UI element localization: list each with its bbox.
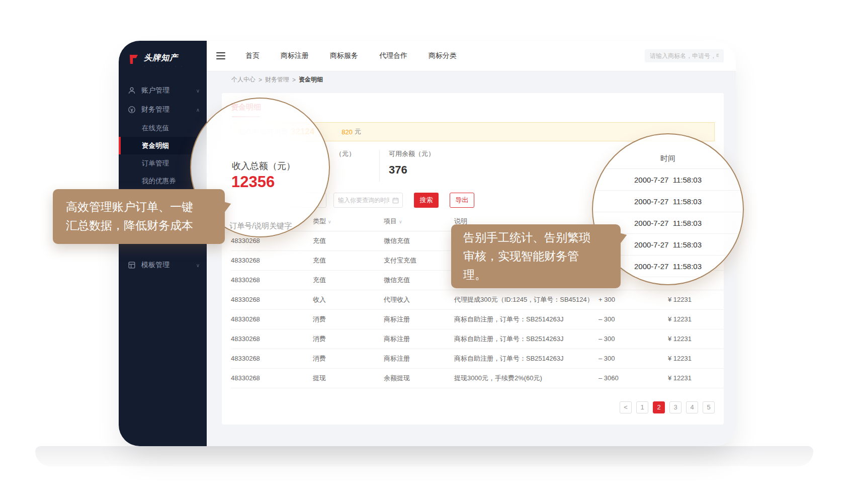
- main-menu: 首页 商标注册 商标服务 代理合作 商标分类: [245, 51, 457, 60]
- laptop-mockup: 头牌知产 · · · · · · · 账户管理 ∨ 财务管理: [0, 0, 853, 504]
- table-row: 48330268提现余额提现提现3000元，手续费2%(60元)– 3060¥ …: [231, 368, 724, 388]
- col-project-header[interactable]: 项目∨: [375, 212, 445, 231]
- sidebar-item-templates[interactable]: 模板管理 ∨: [119, 256, 207, 275]
- lens-stat-value: 12356: [231, 173, 275, 191]
- table-row: 48330268收入代理收入代理提成300元（ID:1245，订单号：SB451…: [231, 290, 724, 309]
- user-icon: [128, 87, 136, 95]
- lens-keyword-text: 订单号/说明关键字: [229, 221, 292, 231]
- sort-chevron-icon: ∨: [328, 219, 331, 224]
- breadcrumb-separator: >: [259, 76, 262, 83]
- callout-right: 告别手工统计、告别繁琐审核，实现智能财务管理。: [451, 224, 621, 288]
- search-button[interactable]: 搜索: [414, 193, 439, 208]
- table-row: 48330268消费商标注册商标自助注册，订单号：SB2514263J– 300…: [231, 309, 724, 329]
- laptop-base: [35, 446, 813, 466]
- pagination-page-1[interactable]: 1: [636, 401, 648, 413]
- stat-label: （元）: [335, 149, 379, 158]
- lens-time-cell: 2000-7-27 11:58:03: [593, 169, 743, 191]
- callout-text: 告别手工统计、告别繁琐审核，实现智能财务管理。: [463, 228, 595, 284]
- pagination-page-2-active[interactable]: 2: [653, 401, 665, 413]
- sort-chevron-icon: ∨: [399, 219, 402, 224]
- sidebar-item-account[interactable]: 账户管理 ∨: [119, 81, 207, 100]
- sidebar-subitem-recharge[interactable]: 在线充值: [119, 119, 207, 137]
- top-navbar: 首页 商标注册 商标服务 代理合作 商标分类: [207, 41, 736, 71]
- menu-item-trademark-register[interactable]: 商标注册: [281, 51, 309, 60]
- breadcrumb-separator: >: [292, 76, 296, 83]
- hamburger-icon[interactable]: [216, 52, 225, 59]
- logo-icon: [128, 53, 140, 67]
- template-icon: [128, 261, 136, 269]
- stat-available-balance: 可用余额（元） 376: [380, 149, 480, 183]
- chevron-down-icon: ∨: [196, 88, 200, 94]
- callout-text: 高效管理账户订单、一键汇总数据，降低财务成本: [66, 198, 201, 235]
- pagination: < 1 2 3 4 5: [231, 401, 715, 413]
- table-row: 48330268消费商标注册商标自助注册，订单号：SB2514263J– 300…: [231, 349, 724, 368]
- sidebar-item-finance[interactable]: 财务管理 ∧: [119, 100, 207, 119]
- finance-icon: [128, 106, 136, 114]
- breadcrumb-current: 资金明细: [299, 75, 323, 84]
- chevron-down-icon: ∨: [196, 263, 200, 268]
- breadcrumb-item[interactable]: 个人中心: [231, 75, 255, 84]
- menu-item-home[interactable]: 首页: [245, 51, 260, 60]
- calendar-icon[interactable]: [392, 197, 399, 206]
- export-button[interactable]: 导出: [450, 193, 474, 208]
- date-input-wrap: [333, 193, 403, 208]
- lens-time-cell: 2000-7-27 11:58:03: [593, 191, 743, 212]
- stat-label: 可用余额（元）: [389, 149, 480, 158]
- logo: 头牌知产 · · · · · · ·: [119, 41, 207, 72]
- callout-left: 高效管理账户订单、一键汇总数据，降低财务成本: [53, 189, 225, 244]
- logo-title: 头牌知产: [144, 53, 184, 63]
- pagination-page-4[interactable]: 4: [686, 401, 698, 413]
- sidebar-item-label: 账户管理: [141, 86, 196, 95]
- breadcrumb-item[interactable]: 财务管理: [265, 75, 289, 84]
- menu-item-agency[interactable]: 代理合作: [379, 51, 407, 60]
- trademark-search-input[interactable]: [645, 49, 724, 62]
- sidebar-item-label: 模板管理: [141, 261, 196, 270]
- pagination-prev-icon[interactable]: <: [620, 401, 632, 413]
- pagination-page-5[interactable]: 5: [703, 401, 715, 413]
- banner-suffix-amount: 820: [342, 128, 353, 136]
- col-type-header[interactable]: 类型∨: [304, 212, 375, 231]
- lens-stat-label: 收入总额（元）: [232, 160, 295, 172]
- sidebar-item-label: 财务管理: [141, 105, 196, 114]
- pagination-page-3[interactable]: 3: [669, 401, 681, 413]
- stat-value: 376: [389, 163, 480, 177]
- logo-subtext: · · · · · · ·: [144, 64, 184, 68]
- table-row: 48330268消费商标注册商标自助注册，订单号：SB2514263J– 300…: [231, 329, 724, 349]
- menu-item-trademark-services[interactable]: 商标服务: [330, 51, 358, 60]
- chevron-up-icon: ∧: [196, 107, 200, 113]
- breadcrumb: 个人中心 > 财务管理 > 资金明细: [207, 71, 736, 88]
- menu-item-trademark-category[interactable]: 商标分类: [429, 51, 457, 60]
- banner-suffix-unit: 元: [355, 127, 361, 136]
